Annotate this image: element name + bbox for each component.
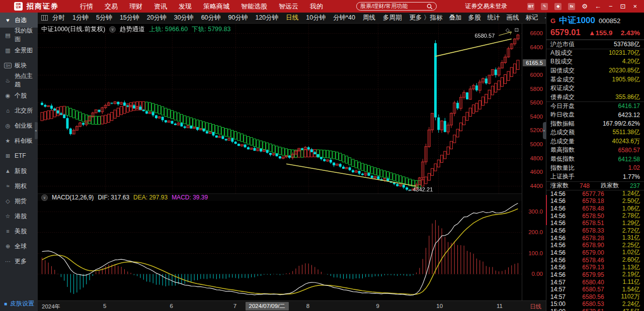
- restore-icon[interactable]: ⊡: [620, 3, 626, 10]
- timeframe-tab[interactable]: 10分钟: [306, 14, 326, 22]
- sidebar-item[interactable]: ▲ 新股: [0, 163, 38, 178]
- timeframe-tab[interactable]: 分钟*40: [333, 14, 355, 22]
- settings-icon[interactable]: ⚙: [582, 3, 588, 10]
- close-icon[interactable]: ×: [633, 3, 637, 10]
- diamond-icon[interactable]: ◇: [506, 27, 510, 33]
- nav-item[interactable]: 智远云: [279, 2, 298, 11]
- chart-toolbar: 分时1分钟5分钟15分钟20分钟30分钟60分钟90分钟120分钟日线10分钟分…: [38, 13, 546, 24]
- timeframe-tabs: 分时1分钟5分钟15分钟20分钟30分钟60分钟90分钟120分钟日线10分钟分…: [52, 14, 430, 22]
- sidebar-item-label: 全球: [15, 242, 27, 251]
- back-icon[interactable]: ←: [595, 3, 601, 10]
- y-axis-tick: 4400: [523, 183, 543, 189]
- minimize-icon[interactable]: −: [609, 3, 613, 10]
- search-input[interactable]: 股票/理财/常用功能: [356, 2, 437, 11]
- sidebar-item[interactable]: ⋯ 更多: [0, 254, 38, 269]
- quote-label: 最高指数: [550, 146, 575, 154]
- timeframe-tab[interactable]: 20分钟: [147, 14, 167, 22]
- chart-tool[interactable]: 指标: [430, 14, 442, 22]
- chart-tool[interactable]: 多股: [468, 14, 480, 22]
- timeframe-tab[interactable]: 15分钟: [120, 14, 139, 22]
- sidebar-item[interactable]: ★ 科创板: [0, 133, 38, 148]
- sidebar-item[interactable]: ◇ 期货: [0, 193, 38, 209]
- sidebar-item[interactable]: ≈ 期权: [0, 178, 38, 193]
- sidebar-item[interactable]: SH 板块: [0, 58, 38, 73]
- chevron-down-icon[interactable]: ∨: [109, 26, 116, 33]
- nav-item[interactable]: 行情: [80, 2, 93, 11]
- timeframe-tab[interactable]: 日线: [286, 14, 298, 22]
- gift-icon[interactable]: ◆: [554, 3, 561, 10]
- timeframe-tab[interactable]: 多周期: [383, 14, 402, 22]
- sector-icon: SH: [4, 63, 12, 68]
- timeframe-tab[interactable]: 60分钟: [201, 14, 221, 22]
- chevron-down-icon[interactable]: ∨: [41, 194, 48, 201]
- instrument-name[interactable]: 中证1000: [559, 15, 595, 26]
- sidebar-item[interactable]: ♨ 热点主题: [0, 73, 38, 88]
- fx-icon[interactable]: fx: [568, 3, 575, 10]
- timeframe-tab[interactable]: 分时: [52, 14, 65, 22]
- brand-seal-icon: 招商 证券: [14, 2, 23, 11]
- timeframe-tab[interactable]: 30分钟: [174, 14, 194, 22]
- sidebar-item[interactable]: ◎ 创业板: [0, 118, 38, 133]
- chart-tool[interactable]: 标记: [525, 14, 538, 22]
- nav-item[interactable]: 交易: [105, 2, 118, 11]
- edit-icon[interactable]: ✎: [541, 3, 548, 10]
- macd-title[interactable]: MACD(12,26,9): [52, 194, 94, 201]
- panel-scrollbar[interactable]: [546, 195, 547, 225]
- panel-icon[interactable]: ⊡: [515, 27, 519, 33]
- quote-row: 最高指数 6580.57: [546, 146, 644, 155]
- sidebar-item[interactable]: ▤ 我的版面: [0, 28, 38, 43]
- macd-chart-canvas[interactable]: [38, 201, 522, 300]
- nav-item[interactable]: 智能选股: [241, 2, 267, 11]
- panel-collapse-handle[interactable]: ◂: [543, 122, 546, 139]
- tick-time: 14:56: [550, 213, 573, 220]
- decliners-count: 237: [630, 182, 640, 189]
- tick-time: 14:56: [550, 249, 573, 256]
- sidebar-item[interactable]: ⌂ 北交所: [0, 103, 38, 118]
- sidebar-item[interactable]: ≡ 美股: [0, 224, 38, 239]
- nav-item[interactable]: 发现: [179, 2, 192, 11]
- sidebar-item-label: 科创板: [15, 137, 33, 145]
- nav-item[interactable]: 策略商城: [203, 2, 229, 11]
- nav-item[interactable]: 我的: [310, 2, 323, 11]
- login-status[interactable]: 证券交易未登录: [465, 2, 507, 11]
- tick-price: 6578.28: [573, 235, 614, 242]
- quote-value: 5511.38亿: [613, 128, 640, 137]
- tick-row: 14:56 6578.51 1.29亿: [546, 220, 644, 227]
- timeframe-tab[interactable]: 120分钟: [255, 14, 278, 22]
- nav-item[interactable]: 理财: [129, 2, 142, 11]
- timeframe-tab[interactable]: 1分钟: [72, 14, 89, 22]
- instrument-code: 000852: [599, 17, 620, 25]
- timeframe-tab[interactable]: 周线: [363, 14, 375, 22]
- tick-price: 6580.40: [573, 279, 614, 286]
- chart-tool[interactable]: 叠加: [449, 14, 461, 22]
- sidebar-item[interactable]: ▥ 全景图: [0, 43, 38, 58]
- nav-item[interactable]: 资讯: [154, 2, 167, 11]
- timeframe-tab[interactable]: 90分钟: [228, 14, 248, 22]
- sidebar-item[interactable]: ☆ 港股: [0, 209, 38, 224]
- layout-grid-icon[interactable]: [41, 15, 48, 21]
- sidebar-item[interactable]: ♥ 自选: [0, 13, 38, 28]
- tick-row: 14:56 6578.50 2.78亿: [546, 212, 644, 220]
- bt-icon[interactable]: BT: [527, 3, 534, 10]
- tick-time: 15:00: [550, 308, 573, 311]
- skin-settings-button[interactable]: ■ 皮肤设置: [0, 298, 38, 309]
- sidebar-item[interactable]: ⊞ ETF: [0, 148, 38, 163]
- sidebar-item-label: 创业板: [15, 122, 33, 130]
- quote-label: 上证换手: [550, 172, 575, 181]
- timeframe-tab[interactable]: 更多 〉: [409, 14, 430, 22]
- sidebar-item-label: 我的版面: [15, 27, 38, 44]
- chart-tool[interactable]: 统计: [487, 14, 500, 22]
- macd-axis-tick: 300.0: [523, 209, 543, 215]
- sidebar-item[interactable]: ⊕ 全球: [0, 239, 38, 254]
- price-chart-canvas[interactable]: [38, 24, 522, 193]
- quote-value: 355.86亿: [615, 93, 640, 101]
- indicator-name[interactable]: 趋势通道: [120, 25, 145, 34]
- sidebar-item[interactable]: ◉ 个股: [0, 88, 38, 103]
- dea-value: DEA: 297.93: [133, 194, 168, 201]
- tick-price: 6577.76: [573, 190, 614, 197]
- timeframe-tab[interactable]: 5分钟: [96, 14, 112, 22]
- quote-label: 债券成交: [550, 93, 575, 101]
- quote-label: 权证成交: [550, 84, 575, 92]
- decliners-label: 跌家数: [601, 181, 619, 190]
- chart-tool[interactable]: 画线: [506, 14, 519, 22]
